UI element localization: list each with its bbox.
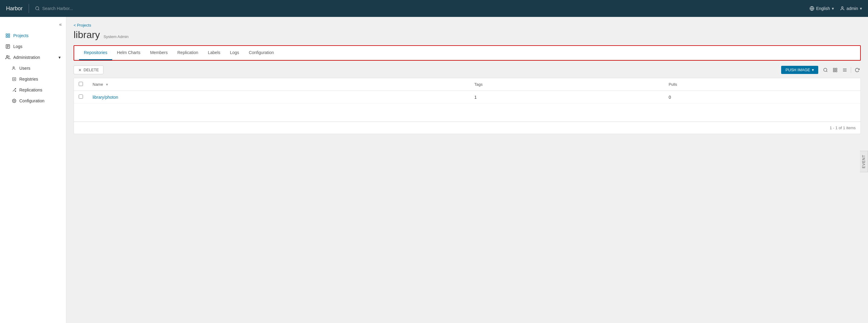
- svg-point-13: [6, 56, 8, 57]
- sidebar-projects-label: Projects: [13, 33, 29, 38]
- refresh-icon: [855, 68, 860, 72]
- main-content: < Projects library System Admin Reposito…: [66, 17, 868, 323]
- svg-rect-25: [835, 68, 837, 70]
- push-image-button[interactable]: PUSH IMAGE ▾: [781, 66, 818, 74]
- user-icon: [840, 6, 845, 11]
- search-input[interactable]: [42, 6, 102, 11]
- delete-label: DELETE: [84, 68, 99, 72]
- user-chevron-icon: ▾: [860, 6, 862, 11]
- delete-button[interactable]: DELETE: [73, 65, 103, 74]
- search-toggle-button[interactable]: [822, 66, 829, 74]
- tab-members[interactable]: Members: [145, 46, 173, 60]
- table-body: library/photon 1 0: [74, 91, 861, 122]
- search-icon: [35, 6, 40, 11]
- list-icon: [842, 68, 847, 72]
- sidebar-sub-administration: Users Registries Replications Configurat…: [0, 63, 66, 106]
- select-all-checkbox[interactable]: [79, 82, 83, 86]
- row-pulls: 0: [664, 91, 861, 104]
- row-select: [74, 91, 88, 104]
- table-header: Name ▼ Tags Pulls: [74, 78, 861, 91]
- toolbar-divider: [851, 67, 851, 73]
- tabs: Repositories Helm Charts Members Replica…: [74, 46, 860, 60]
- configuration-icon: [12, 99, 16, 103]
- sidebar-item-replications[interactable]: Replications: [0, 85, 66, 95]
- event-tab-label: EVENT: [862, 154, 866, 168]
- sidebar-item-users[interactable]: Users: [0, 63, 66, 74]
- tab-configuration[interactable]: Configuration: [244, 46, 279, 60]
- table: Name ▼ Tags Pulls: [74, 78, 861, 122]
- sidebar-replications-label: Replications: [19, 88, 42, 92]
- svg-rect-26: [835, 70, 837, 72]
- refresh-button[interactable]: [854, 66, 861, 74]
- row-checkbox[interactable]: [79, 94, 83, 99]
- system-admin-badge: System Admin: [103, 34, 128, 39]
- event-tab[interactable]: EVENT: [860, 151, 868, 172]
- page-header: library System Admin: [73, 29, 861, 40]
- lang-chevron-icon: ▾: [832, 6, 834, 11]
- empty-row: [74, 104, 861, 122]
- language-label: English: [816, 6, 830, 11]
- sidebar-users-label: Users: [19, 66, 30, 71]
- sidebar-administration-label: Administration: [13, 55, 40, 60]
- sidebar-registries-label: Registries: [19, 77, 38, 82]
- brand-logo: Harbor: [6, 5, 23, 12]
- select-all-header: [74, 78, 88, 91]
- language-selector[interactable]: English ▾: [809, 6, 834, 11]
- sidebar: « Projects Logs Administration ▾: [0, 17, 66, 323]
- row-tags: 1: [470, 91, 664, 104]
- push-image-label: PUSH IMAGE: [785, 68, 810, 72]
- globe-icon: [809, 6, 814, 11]
- table-row: library/photon 1 0: [74, 91, 861, 104]
- grid-view-button[interactable]: [832, 66, 839, 74]
- svg-line-23: [826, 71, 827, 72]
- repositories-table: Name ▼ Tags Pulls: [73, 78, 861, 134]
- svg-rect-7: [8, 36, 10, 37]
- sidebar-item-configuration[interactable]: Configuration: [0, 95, 66, 106]
- tab-helm-charts[interactable]: Helm Charts: [112, 46, 145, 60]
- toolbar-icons: [822, 66, 861, 74]
- grid-icon: [833, 68, 838, 72]
- svg-point-16: [13, 79, 15, 80]
- sidebar-item-logs[interactable]: Logs: [0, 41, 66, 52]
- row-name: library/photon: [88, 91, 470, 104]
- admin-chevron-icon: ▾: [59, 55, 61, 60]
- logs-icon: [5, 44, 10, 49]
- sidebar-logs-label: Logs: [13, 44, 22, 49]
- layout: « Projects Logs Administration ▾: [0, 17, 868, 323]
- sidebar-item-registries[interactable]: Registries: [0, 74, 66, 85]
- list-view-button[interactable]: [841, 66, 848, 74]
- tabs-container: Repositories Helm Charts Members Replica…: [73, 45, 861, 61]
- svg-point-4: [841, 7, 843, 8]
- tab-replication[interactable]: Replication: [173, 46, 203, 60]
- collapse-button[interactable]: «: [59, 22, 62, 27]
- pulls-header-label: Pulls: [669, 82, 677, 87]
- page-title: library: [73, 29, 100, 40]
- sidebar-item-projects[interactable]: Projects: [0, 30, 66, 41]
- push-chevron-icon: ▾: [812, 68, 814, 72]
- nav-divider: [29, 4, 29, 13]
- name-header[interactable]: Name ▼: [88, 78, 470, 91]
- projects-icon: [5, 33, 10, 38]
- tab-logs[interactable]: Logs: [225, 46, 244, 60]
- navbar: Harbor English ▾ admin ▾: [0, 0, 868, 17]
- search-bar: [35, 6, 803, 11]
- registries-icon: [12, 77, 16, 81]
- svg-point-19: [13, 100, 15, 101]
- svg-point-22: [824, 68, 827, 71]
- svg-rect-15: [13, 78, 16, 81]
- repo-link[interactable]: library/photon: [93, 95, 118, 99]
- sidebar-administration[interactable]: Administration ▾: [0, 52, 66, 63]
- svg-rect-27: [833, 70, 835, 72]
- pagination-info: 1 - 1 of 1 items: [830, 125, 856, 130]
- tab-labels[interactable]: Labels: [203, 46, 225, 60]
- user-menu[interactable]: admin ▾: [840, 6, 862, 11]
- sidebar-collapse: «: [0, 20, 66, 30]
- pulls-header: Pulls: [664, 78, 861, 91]
- svg-point-14: [13, 67, 14, 68]
- svg-line-1: [38, 9, 39, 10]
- navbar-right: English ▾ admin ▾: [809, 6, 862, 11]
- name-header-label: Name: [93, 82, 103, 87]
- breadcrumb[interactable]: < Projects: [73, 23, 861, 27]
- tab-repositories[interactable]: Repositories: [79, 46, 112, 60]
- name-sort-icon[interactable]: ▼: [105, 83, 108, 86]
